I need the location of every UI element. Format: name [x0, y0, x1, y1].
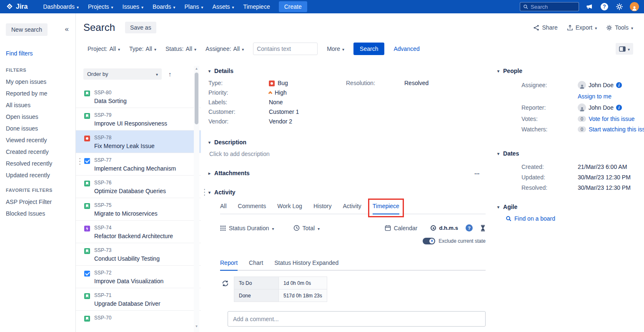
activity-section-header[interactable]: Activity: [208, 189, 486, 196]
comment-input[interactable]: Add a comment...: [228, 311, 486, 327]
people-section-header[interactable]: People: [497, 68, 644, 74]
issue-row-ssp-78-selected[interactable]: SSP-78 Fix Memory Leak Issue: [76, 131, 201, 153]
contains-text-input[interactable]: [253, 43, 318, 55]
issue-type-icon: [84, 271, 90, 277]
agile-section-header[interactable]: Agile: [497, 204, 644, 210]
find-on-board-link[interactable]: Find on a board: [514, 215, 555, 222]
help-button[interactable]: ?: [600, 2, 609, 11]
tab-history[interactable]: History: [313, 203, 332, 214]
resolved-row: Resolved: 30/Mar/23 12:30 PM: [521, 184, 644, 191]
issue-row-ssp-73[interactable]: SSP-73 Conduct Usability Testing: [76, 243, 201, 266]
sidebar-item-asp-project-filter[interactable]: ASP Project Filter: [6, 196, 75, 208]
nav-plans[interactable]: Plans: [180, 0, 208, 13]
sidebar-item-done-issues[interactable]: Done issues: [6, 123, 75, 134]
issue-row-ssp-79[interactable]: SSP-79 Improve UI Responsiveness: [76, 108, 201, 131]
total-dropdown[interactable]: Total: [293, 225, 320, 231]
assignee-filter-dropdown[interactable]: Assignee: All: [205, 45, 244, 52]
issue-row-ssp-77[interactable]: SSP-77 Implement Caching Mechanism: [76, 153, 201, 176]
new-search-button[interactable]: New search: [6, 23, 48, 36]
save-as-button[interactable]: Save as: [125, 22, 156, 33]
sort-direction-button[interactable]: [168, 70, 172, 78]
search-button[interactable]: Search: [353, 43, 384, 55]
collapse-sidebar-icon[interactable]: [65, 25, 69, 33]
issue-list-scrollbar[interactable]: ▲ ▼: [194, 66, 199, 332]
tab-all[interactable]: All: [220, 203, 227, 214]
sidebar-item-reported-by-me[interactable]: Reported by me: [6, 88, 75, 99]
filter-value: All: [233, 45, 240, 52]
global-search-input[interactable]: [531, 4, 572, 10]
view-switcher-button[interactable]: [616, 43, 633, 55]
timepiece-help-icon[interactable]: ?: [466, 224, 473, 231]
sidebar-item-viewed-recently[interactable]: Viewed recently: [6, 134, 75, 146]
tab-work-log[interactable]: Work Log: [277, 203, 302, 214]
status-filter-dropdown[interactable]: Status: All: [165, 45, 196, 52]
drag-handle-icon[interactable]: [77, 156, 83, 166]
nav-assets[interactable]: Assets: [208, 0, 239, 13]
issue-row-ssp-80[interactable]: SSP-80 Data Sorting: [76, 86, 201, 108]
announcements-button[interactable]: [585, 2, 594, 11]
global-search[interactable]: [520, 2, 579, 11]
nav-issues[interactable]: Issues: [118, 0, 148, 13]
info-icon[interactable]: i: [616, 82, 622, 88]
details-section-header[interactable]: Details: [208, 68, 486, 74]
vote-link[interactable]: Vote for this issue: [589, 116, 635, 122]
type-filter-dropdown[interactable]: Type: All: [129, 45, 156, 52]
user-avatar[interactable]: [630, 2, 639, 11]
nav-timepiece[interactable]: Timepiece: [239, 0, 275, 13]
tab-timepiece[interactable]: Timepiece: [373, 203, 399, 214]
hourglass-icon[interactable]: [480, 225, 486, 231]
issue-row-ssp-70[interactable]: SSP-70: [76, 311, 201, 332]
scroll-down-icon[interactable]: ▼: [194, 324, 199, 329]
sidebar-item-my-open-issues[interactable]: My open issues: [6, 76, 75, 88]
issue-row-ssp-75[interactable]: SSP-75 Migrate to Microservices: [76, 198, 201, 221]
share-button[interactable]: Share: [533, 24, 557, 31]
more-actions-icon[interactable]: [475, 170, 480, 176]
sidebar-item-resolved-recently[interactable]: Resolved recently: [6, 158, 75, 169]
tab-report[interactable]: Report: [220, 259, 238, 271]
refresh-icon[interactable]: [222, 280, 229, 287]
nav-dashboards[interactable]: Dashboards: [38, 0, 83, 13]
nav-boards[interactable]: Boards: [148, 0, 180, 13]
tools-button[interactable]: Tools: [606, 24, 633, 31]
sidebar-item-all-issues[interactable]: All issues: [6, 99, 75, 111]
assign-to-me-link[interactable]: Assign to me: [578, 93, 611, 100]
calendar-button[interactable]: Calendar: [385, 225, 418, 231]
sidebar-item-open-issues[interactable]: Open issues: [6, 111, 75, 123]
issue-row-ssp-74[interactable]: SSP-74 Refactor Backend Architecture: [76, 221, 201, 243]
jira-logo[interactable]: Jira: [6, 3, 28, 10]
issue-row-ssp-71[interactable]: SSP-71 Upgrade Database Driver: [76, 288, 201, 311]
create-button[interactable]: Create: [279, 1, 307, 12]
status-duration-dropdown[interactable]: Status Duration: [220, 225, 274, 231]
tab-comments[interactable]: Comments: [238, 203, 266, 214]
drag-handle-icon[interactable]: [202, 187, 207, 197]
project-filter-dropdown[interactable]: Project: All: [88, 45, 120, 52]
attachments-section-header[interactable]: Attachments: [208, 170, 250, 176]
watch-link[interactable]: Start watching this issue: [589, 126, 644, 133]
exclude-current-state-toggle[interactable]: [423, 238, 435, 244]
description-placeholder[interactable]: Click to add description: [209, 151, 486, 157]
scrollbar-thumb[interactable]: [195, 73, 198, 124]
nav-projects[interactable]: Projects: [83, 0, 118, 13]
reporter-name[interactable]: John Doe: [589, 104, 614, 111]
assignee-name[interactable]: John Doe: [589, 82, 614, 88]
settings-button[interactable]: [615, 2, 624, 11]
scroll-up-icon[interactable]: ▲: [194, 66, 199, 72]
find-filters-link[interactable]: Find filters: [6, 50, 75, 57]
tab-status-history-expanded[interactable]: Status History Expanded: [274, 259, 338, 271]
duration-format-toggle[interactable]: d.h.m.s: [431, 225, 458, 231]
tab-chart[interactable]: Chart: [249, 259, 263, 271]
order-by-dropdown[interactable]: Order by: [83, 68, 162, 80]
issue-row-ssp-76[interactable]: SSP-76 Optimize Database Queries: [76, 176, 201, 198]
issue-row-ssp-72[interactable]: SSP-72 Improve Data Visualization: [76, 266, 201, 288]
info-icon[interactable]: i: [616, 105, 622, 111]
chevron-down-icon: [201, 3, 203, 10]
export-button[interactable]: Export: [567, 24, 597, 31]
sidebar-item-updated-recently[interactable]: Updated recently: [6, 169, 75, 181]
description-section-header[interactable]: Description: [208, 139, 486, 146]
more-filters-dropdown[interactable]: More: [327, 45, 344, 52]
sidebar-item-blocked-issues[interactable]: Blocked Issues: [6, 208, 75, 219]
sidebar-item-created-recently[interactable]: Created recently: [6, 146, 75, 158]
dates-section-header[interactable]: Dates: [497, 150, 644, 157]
tab-activity[interactable]: Activity: [343, 203, 361, 214]
advanced-search-link[interactable]: Advanced: [393, 45, 419, 52]
